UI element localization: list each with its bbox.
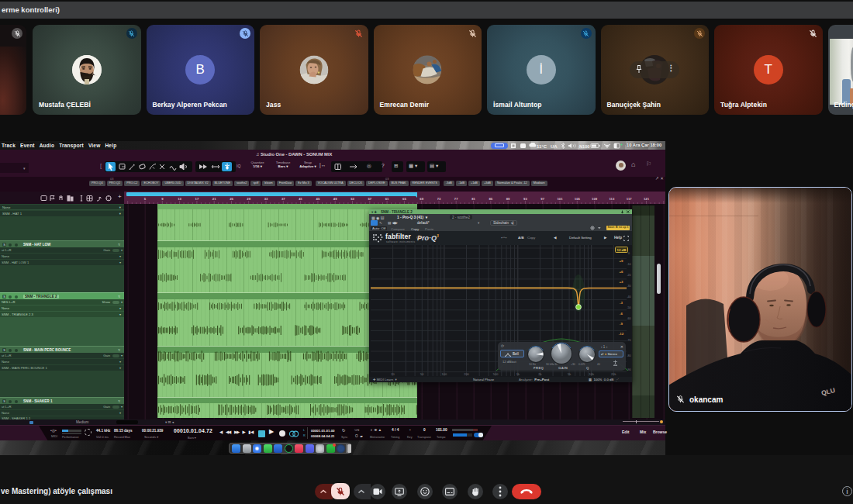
svg-text:121: 121 [644, 197, 650, 201]
svg-text:0: 0 [628, 252, 630, 255]
svg-text:97: 97 [540, 197, 544, 201]
svg-text:113: 113 [610, 197, 615, 201]
svg-text:-3: -3 [620, 301, 623, 305]
svg-text:N100: N100 [579, 144, 589, 149]
svg-text:500: 500 [493, 372, 499, 376]
svg-text:-60: -60 [627, 317, 630, 320]
svg-text:9: 9 [161, 197, 164, 201]
svg-text:105: 105 [575, 197, 581, 201]
svg-text:17: 17 [195, 197, 199, 201]
svg-text:117: 117 [627, 197, 632, 201]
svg-text:200: 200 [464, 372, 469, 376]
svg-text:57: 57 [368, 197, 371, 201]
svg-text:53: 53 [351, 197, 354, 201]
svg-text:50: 50 [420, 372, 424, 376]
svg-text:-40: -40 [627, 295, 630, 299]
svg-text:10k: 10k [589, 372, 593, 376]
svg-text:49: 49 [333, 197, 337, 201]
svg-text:101: 101 [558, 197, 564, 201]
svg-text:-50: -50 [627, 306, 630, 309]
svg-text:+6: +6 [619, 270, 623, 274]
svg-text:41: 41 [299, 197, 302, 201]
svg-text:45: 45 [316, 197, 320, 201]
svg-text:-20: -20 [627, 274, 630, 277]
svg-text:77: 77 [454, 197, 458, 201]
svg-text:25: 25 [230, 197, 233, 201]
svg-text:-12: -12 [619, 332, 624, 336]
svg-text:69: 69 [420, 197, 423, 201]
svg-text:20k: 20k [611, 372, 616, 376]
svg-text:20: 20 [391, 372, 395, 376]
svg-text:5: 5 [144, 197, 147, 201]
svg-text:2k: 2k [538, 372, 541, 376]
svg-text:-30: -30 [627, 285, 630, 288]
svg-text:1k: 1k [516, 372, 520, 376]
svg-text:-10: -10 [627, 263, 630, 266]
svg-text:109: 109 [592, 197, 598, 201]
svg-text:65: 65 [402, 197, 406, 201]
svg-text:93: 93 [523, 197, 527, 201]
svg-text:+9: +9 [619, 259, 623, 263]
svg-text:UA: UA [551, 144, 558, 149]
svg-text:-9: -9 [620, 322, 623, 326]
svg-text:89: 89 [506, 197, 510, 201]
svg-text:21: 21 [212, 197, 216, 201]
svg-text:-70: -70 [627, 339, 630, 342]
svg-text:61: 61 [385, 197, 389, 201]
svg-text:5k: 5k [568, 372, 571, 376]
svg-text:100: 100 [442, 372, 447, 376]
svg-text:-6: -6 [620, 312, 623, 316]
svg-text:85: 85 [489, 197, 492, 201]
svg-text:29: 29 [247, 197, 250, 201]
svg-text:81: 81 [471, 197, 475, 201]
svg-text:+3: +3 [619, 280, 623, 284]
svg-text:73: 73 [437, 197, 441, 201]
svg-text:13: 13 [178, 197, 181, 201]
svg-text:-80: -80 [627, 354, 630, 357]
svg-text:33: 33 [264, 197, 268, 201]
svg-text:37: 37 [281, 197, 285, 201]
svg-text:11°C: 11°C [537, 144, 547, 149]
